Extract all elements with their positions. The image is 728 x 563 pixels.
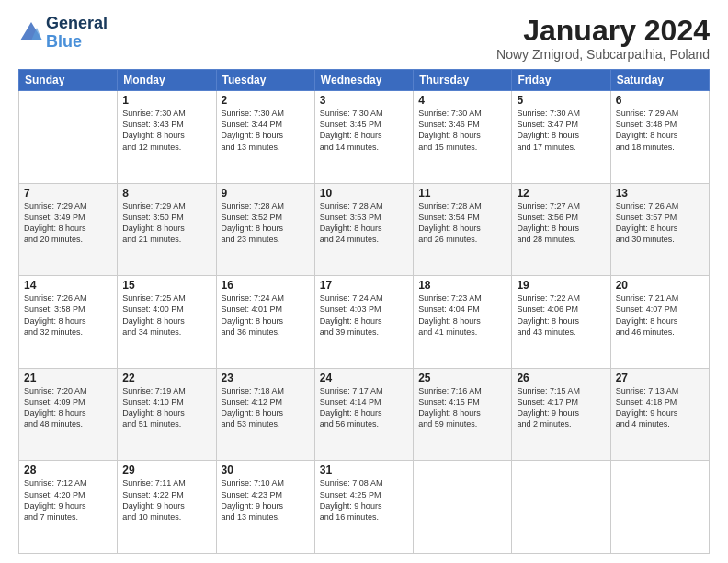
calendar-cell: 4Sunrise: 7:30 AM Sunset: 3:46 PM Daylig… — [414, 91, 512, 184]
calendar-cell: 17Sunrise: 7:24 AM Sunset: 4:03 PM Dayli… — [314, 276, 413, 369]
day-number: 30 — [222, 464, 310, 477]
calendar-cell: 11Sunrise: 7:28 AM Sunset: 3:54 PM Dayli… — [414, 183, 512, 276]
day-info: Sunrise: 7:28 AM Sunset: 3:52 PM Dayligh… — [222, 201, 310, 246]
week-row-3: 21Sunrise: 7:20 AM Sunset: 4:09 PM Dayli… — [19, 368, 710, 461]
day-info: Sunrise: 7:30 AM Sunset: 3:45 PM Dayligh… — [320, 108, 408, 153]
day-info: Sunrise: 7:28 AM Sunset: 3:54 PM Dayligh… — [418, 201, 506, 246]
day-number: 25 — [418, 372, 506, 385]
day-info: Sunrise: 7:30 AM Sunset: 3:46 PM Dayligh… — [418, 108, 506, 153]
title-block: January 2024 Nowy Zmigrod, Subcarpathia,… — [496, 15, 710, 62]
month-title: January 2024 — [496, 15, 710, 47]
day-number: 28 — [24, 464, 112, 477]
day-info: Sunrise: 7:15 AM Sunset: 4:17 PM Dayligh… — [517, 385, 605, 431]
weekday-header-thursday: Thursday — [414, 70, 512, 91]
calendar-cell: 13Sunrise: 7:26 AM Sunset: 3:57 PM Dayli… — [610, 183, 709, 276]
calendar-cell: 28Sunrise: 7:12 AM Sunset: 4:20 PM Dayli… — [19, 461, 118, 554]
day-number: 26 — [517, 372, 605, 385]
day-number: 6 — [616, 94, 704, 107]
calendar-cell: 22Sunrise: 7:19 AM Sunset: 4:10 PM Dayli… — [118, 368, 216, 461]
day-info: Sunrise: 7:18 AM Sunset: 4:12 PM Dayligh… — [222, 385, 310, 431]
day-number: 17 — [320, 279, 408, 292]
day-number: 13 — [616, 187, 704, 200]
day-number: 7 — [24, 187, 112, 200]
calendar-cell: 9Sunrise: 7:28 AM Sunset: 3:52 PM Daylig… — [216, 183, 314, 276]
calendar-cell: 30Sunrise: 7:10 AM Sunset: 4:23 PM Dayli… — [216, 461, 314, 554]
day-info: Sunrise: 7:12 AM Sunset: 4:20 PM Dayligh… — [24, 477, 112, 523]
day-info: Sunrise: 7:20 AM Sunset: 4:09 PM Dayligh… — [24, 385, 112, 431]
calendar-cell: 18Sunrise: 7:23 AM Sunset: 4:04 PM Dayli… — [414, 276, 512, 369]
day-number: 5 — [517, 94, 605, 107]
day-number: 19 — [517, 279, 605, 292]
day-info: Sunrise: 7:22 AM Sunset: 4:06 PM Dayligh… — [517, 293, 605, 338]
day-info: Sunrise: 7:11 AM Sunset: 4:22 PM Dayligh… — [122, 477, 210, 523]
day-info: Sunrise: 7:30 AM Sunset: 3:47 PM Dayligh… — [517, 108, 605, 153]
day-info: Sunrise: 7:21 AM Sunset: 4:07 PM Dayligh… — [616, 293, 704, 338]
day-info: Sunrise: 7:19 AM Sunset: 4:10 PM Dayligh… — [122, 385, 210, 431]
calendar-cell: 25Sunrise: 7:16 AM Sunset: 4:15 PM Dayli… — [414, 368, 512, 461]
day-number: 14 — [24, 279, 112, 292]
day-number: 18 — [418, 279, 506, 292]
calendar-cell: 29Sunrise: 7:11 AM Sunset: 4:22 PM Dayli… — [118, 461, 216, 554]
calendar-cell: 2Sunrise: 7:30 AM Sunset: 3:44 PM Daylig… — [216, 91, 314, 184]
calendar-cell: 5Sunrise: 7:30 AM Sunset: 3:47 PM Daylig… — [512, 91, 610, 184]
calendar-cell: 16Sunrise: 7:24 AM Sunset: 4:01 PM Dayli… — [216, 276, 314, 369]
weekday-header-tuesday: Tuesday — [216, 70, 314, 91]
calendar-cell: 6Sunrise: 7:29 AM Sunset: 3:48 PM Daylig… — [610, 91, 709, 184]
day-info: Sunrise: 7:29 AM Sunset: 3:50 PM Dayligh… — [122, 201, 210, 246]
day-info: Sunrise: 7:28 AM Sunset: 3:53 PM Dayligh… — [320, 201, 408, 246]
day-info: Sunrise: 7:10 AM Sunset: 4:23 PM Dayligh… — [222, 477, 310, 523]
day-number: 8 — [122, 187, 210, 200]
day-number: 9 — [222, 187, 310, 200]
calendar-cell: 20Sunrise: 7:21 AM Sunset: 4:07 PM Dayli… — [610, 276, 709, 369]
weekday-header-row: SundayMondayTuesdayWednesdayThursdayFrid… — [19, 70, 710, 91]
calendar-cell — [414, 461, 512, 554]
day-info: Sunrise: 7:27 AM Sunset: 3:56 PM Dayligh… — [517, 201, 605, 246]
day-number: 24 — [320, 372, 408, 385]
calendar-cell: 12Sunrise: 7:27 AM Sunset: 3:56 PM Dayli… — [512, 183, 610, 276]
day-info: Sunrise: 7:23 AM Sunset: 4:04 PM Dayligh… — [418, 293, 506, 338]
calendar-cell: 23Sunrise: 7:18 AM Sunset: 4:12 PM Dayli… — [216, 368, 314, 461]
page: General Blue January 2024 Nowy Zmigrod, … — [0, 0, 728, 563]
calendar-cell: 21Sunrise: 7:20 AM Sunset: 4:09 PM Dayli… — [19, 368, 118, 461]
day-info: Sunrise: 7:29 AM Sunset: 3:48 PM Dayligh… — [616, 108, 704, 153]
calendar-cell: 19Sunrise: 7:22 AM Sunset: 4:06 PM Dayli… — [512, 276, 610, 369]
week-row-2: 14Sunrise: 7:26 AM Sunset: 3:58 PM Dayli… — [19, 276, 710, 369]
day-info: Sunrise: 7:08 AM Sunset: 4:25 PM Dayligh… — [320, 477, 408, 523]
calendar-cell: 10Sunrise: 7:28 AM Sunset: 3:53 PM Dayli… — [314, 183, 413, 276]
calendar: SundayMondayTuesdayWednesdayThursdayFrid… — [18, 69, 710, 554]
day-info: Sunrise: 7:30 AM Sunset: 3:43 PM Dayligh… — [122, 108, 210, 153]
day-info: Sunrise: 7:24 AM Sunset: 4:01 PM Dayligh… — [222, 293, 310, 338]
calendar-cell — [19, 91, 118, 184]
weekday-header-wednesday: Wednesday — [314, 70, 413, 91]
week-row-0: 1Sunrise: 7:30 AM Sunset: 3:43 PM Daylig… — [19, 91, 710, 184]
calendar-cell: 14Sunrise: 7:26 AM Sunset: 3:58 PM Dayli… — [19, 276, 118, 369]
day-number: 20 — [616, 279, 704, 292]
calendar-cell: 15Sunrise: 7:25 AM Sunset: 4:00 PM Dayli… — [118, 276, 216, 369]
day-info: Sunrise: 7:30 AM Sunset: 3:44 PM Dayligh… — [222, 108, 310, 153]
day-info: Sunrise: 7:16 AM Sunset: 4:15 PM Dayligh… — [418, 385, 506, 431]
logo: General Blue — [18, 15, 108, 52]
day-number: 10 — [320, 187, 408, 200]
calendar-cell: 3Sunrise: 7:30 AM Sunset: 3:45 PM Daylig… — [314, 91, 413, 184]
calendar-cell: 27Sunrise: 7:13 AM Sunset: 4:18 PM Dayli… — [610, 368, 709, 461]
day-number: 15 — [122, 279, 210, 292]
day-number: 1 — [122, 94, 210, 107]
day-number: 21 — [24, 372, 112, 385]
calendar-cell: 8Sunrise: 7:29 AM Sunset: 3:50 PM Daylig… — [118, 183, 216, 276]
day-number: 4 — [418, 94, 506, 107]
day-info: Sunrise: 7:26 AM Sunset: 3:57 PM Dayligh… — [616, 201, 704, 246]
day-number: 22 — [122, 372, 210, 385]
day-info: Sunrise: 7:17 AM Sunset: 4:14 PM Dayligh… — [320, 385, 408, 431]
calendar-body: 1Sunrise: 7:30 AM Sunset: 3:43 PM Daylig… — [19, 91, 710, 554]
calendar-cell: 24Sunrise: 7:17 AM Sunset: 4:14 PM Dayli… — [314, 368, 413, 461]
header: General Blue January 2024 Nowy Zmigrod, … — [18, 15, 710, 62]
day-number: 16 — [222, 279, 310, 292]
day-number: 29 — [122, 464, 210, 477]
logo-icon — [18, 20, 44, 46]
week-row-1: 7Sunrise: 7:29 AM Sunset: 3:49 PM Daylig… — [19, 183, 710, 276]
calendar-cell: 31Sunrise: 7:08 AM Sunset: 4:25 PM Dayli… — [314, 461, 413, 554]
day-info: Sunrise: 7:13 AM Sunset: 4:18 PM Dayligh… — [616, 385, 704, 431]
logo-text: General Blue — [46, 15, 108, 52]
weekday-header-monday: Monday — [118, 70, 216, 91]
day-number: 2 — [222, 94, 310, 107]
